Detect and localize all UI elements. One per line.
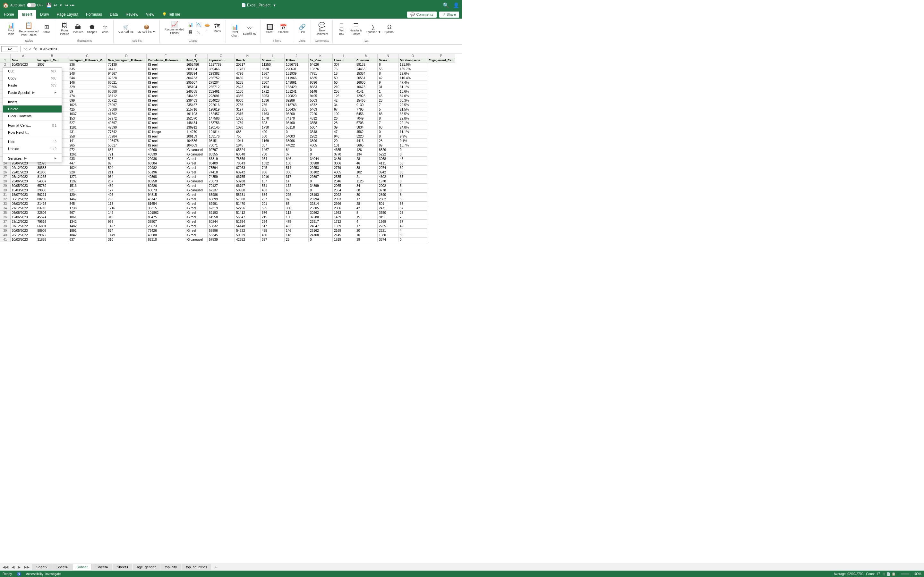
cell-D35[interactable]: 149	[107, 210, 147, 215]
cell-G33[interactable]: 62991	[207, 201, 234, 206]
cell-C25[interactable]: 1024	[68, 165, 107, 170]
cell-K17[interactable]: 3348	[309, 129, 333, 134]
tab-data[interactable]: Data	[106, 10, 121, 19]
cell-J19[interactable]: 38966	[284, 139, 309, 143]
row-num-1[interactable]: 1	[0, 58, 10, 62]
cell-E3[interactable]: IG reel	[146, 67, 185, 71]
cell-N7[interactable]: 31	[377, 85, 398, 89]
cell-J36[interactable]: 106	[284, 215, 309, 219]
cell-I32[interactable]: 757	[260, 197, 284, 201]
cell-A41[interactable]: 10/03/2023	[10, 237, 36, 242]
cell-A32[interactable]: 30/12/2022	[10, 197, 36, 201]
cell-M25[interactable]: 38	[355, 165, 377, 170]
cell-K38[interactable]: 24647	[309, 224, 333, 228]
cell-N25[interactable]: 2074	[377, 165, 398, 170]
cell-N20[interactable]: 89	[377, 143, 398, 147]
cell-C19[interactable]: 141	[68, 139, 107, 143]
cell-C18[interactable]: 258	[68, 134, 107, 139]
cell-E26[interactable]: 55196	[146, 170, 185, 174]
cell-G13[interactable]: 182457	[207, 111, 234, 116]
cell-E35[interactable]: 101862	[146, 210, 185, 215]
cell-E7[interactable]: IG reel	[146, 85, 185, 89]
col-header-G[interactable]: G	[207, 54, 234, 58]
ctx-insert[interactable]: Insert	[3, 98, 61, 105]
cell-I18[interactable]: 550	[260, 134, 284, 139]
corner-cell[interactable]	[0, 54, 10, 58]
cell-M10[interactable]: 15466	[355, 98, 377, 103]
ctx-paste-special[interactable]: Paste Special ▶	[3, 89, 61, 96]
cell-D3[interactable]: 34411	[107, 67, 147, 71]
cell-G10[interactable]: 204028	[207, 98, 234, 103]
cell-H6[interactable]: 5235	[234, 80, 260, 85]
cell-C30[interactable]: 921	[68, 188, 107, 192]
cell-J28[interactable]: 14	[284, 179, 309, 183]
cell-O31[interactable]: 8	[398, 192, 427, 197]
row-num-34[interactable]: 34	[0, 206, 10, 210]
tab-insert[interactable]: Insert	[18, 10, 36, 19]
cell-K14[interactable]: 4812	[309, 116, 333, 121]
comments-button[interactable]: 💬 Comments	[407, 11, 437, 18]
cell-C20[interactable]: 265	[68, 143, 107, 147]
cell-L36[interactable]: 1439	[333, 215, 355, 219]
cell-H4[interactable]: 4796	[234, 71, 260, 76]
cell-O27[interactable]: 67	[398, 174, 427, 179]
cell-H21[interactable]: 65624	[234, 147, 260, 152]
cell-N18[interactable]: 8	[377, 134, 398, 139]
cell-K23[interactable]: 34044	[309, 156, 333, 161]
cell-E17[interactable]: IG image	[146, 129, 185, 134]
cell-F10[interactable]: 236463	[185, 98, 207, 103]
cell-H32[interactable]: 57500	[234, 197, 260, 201]
cell-M35[interactable]: 8	[355, 210, 377, 215]
cell-D41[interactable]: 310	[107, 237, 147, 242]
cell-E14[interactable]: IG reel	[146, 116, 185, 121]
cell-N5[interactable]: 42	[377, 76, 398, 80]
cell-G30[interactable]: 67237	[207, 188, 234, 192]
cell-J31[interactable]: 225	[284, 192, 309, 197]
cell-L39[interactable]: 2169	[333, 228, 355, 233]
cell-K3[interactable]: 10376	[309, 67, 333, 71]
cell-J41[interactable]: 25	[284, 237, 309, 242]
cell-I27[interactable]: 1016	[260, 174, 284, 179]
cell-O14[interactable]: 22.8%	[398, 116, 427, 121]
cell-reference-input[interactable]	[1, 46, 18, 52]
cell-J9[interactable]: 120820	[284, 93, 309, 98]
row-num-30[interactable]: 30	[0, 188, 10, 192]
cell-J35[interactable]: 112	[284, 210, 309, 215]
cell-E1[interactable]: Cumulative_Followers...	[146, 58, 185, 62]
cell-M30[interactable]: 38	[355, 188, 377, 192]
cell-N30[interactable]: 3778	[377, 188, 398, 192]
cell-I41[interactable]: 397	[260, 237, 284, 242]
cell-E13[interactable]: IG reel	[146, 111, 185, 116]
cell-G26[interactable]: 74418	[207, 170, 234, 174]
cell-M12[interactable]: 7795	[355, 107, 377, 111]
cell-N35[interactable]: 3550	[377, 210, 398, 215]
row-num-41[interactable]: 41	[0, 237, 10, 242]
cell-N21[interactable]: 8826	[377, 147, 398, 152]
cell-F29[interactable]: IG reel	[185, 183, 207, 188]
cell-K6[interactable]: 9396	[309, 80, 333, 85]
col-header-I[interactable]: I	[260, 54, 284, 58]
cell-I33[interactable]: 201	[260, 201, 284, 206]
ctx-unhide[interactable]: Unhide ⌃⇧9	[3, 145, 61, 152]
cell-N34[interactable]: 2471	[377, 206, 398, 210]
col-header-B[interactable]: B	[36, 54, 68, 58]
cell-K27[interactable]: 29897	[309, 174, 333, 179]
cell-C29[interactable]: 1513	[68, 183, 107, 188]
cell-H1[interactable]: Reach...	[234, 58, 260, 62]
cell-F20[interactable]: 104609	[185, 143, 207, 147]
cell-K1[interactable]: 3s_View...	[309, 58, 333, 62]
link-button[interactable]: 🔗 Link	[296, 23, 308, 35]
cell-J33[interactable]: 85	[284, 201, 309, 206]
cell-B28[interactable]: 54387	[36, 179, 68, 183]
cell-O37[interactable]: 67	[398, 219, 427, 224]
cell-D29[interactable]: 489	[107, 183, 147, 188]
cell-D17[interactable]: 77842	[107, 129, 147, 134]
cell-K33[interactable]: 32814	[309, 201, 333, 206]
cell-M17[interactable]: 4562	[355, 129, 377, 134]
maps-button[interactable]: 🗺 Maps	[212, 22, 223, 34]
cell-E33[interactable]: 61654	[146, 201, 185, 206]
cell-L16[interactable]: 39	[333, 125, 355, 129]
cell-A35[interactable]: 05/08/2023	[10, 210, 36, 215]
cell-N6[interactable]: 9	[377, 80, 398, 85]
cell-H33[interactable]: 51470	[234, 201, 260, 206]
